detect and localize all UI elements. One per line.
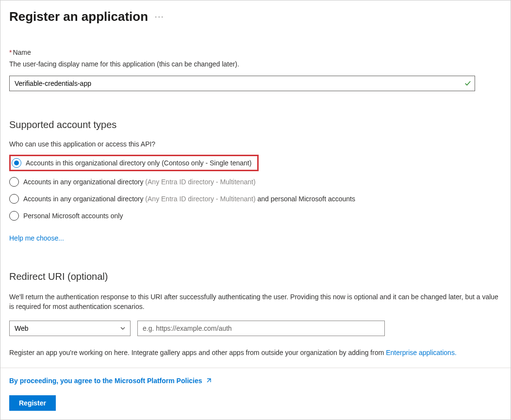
- name-field-label: *Name: [9, 48, 502, 56]
- radio-label: Personal Microsoft accounts only: [23, 212, 123, 220]
- external-link-icon: [205, 377, 212, 384]
- redirect-uri-input[interactable]: [137, 321, 385, 336]
- page-title: Register an application: [9, 9, 148, 24]
- integrate-hint: Register an app you're working on here. …: [9, 348, 502, 357]
- platform-policies-link[interactable]: By proceeding, you agree to the Microsof…: [9, 377, 212, 385]
- platform-select[interactable]: Web: [9, 321, 131, 336]
- radio-icon: [12, 158, 21, 168]
- radio-label: Accounts in any organizational directory…: [23, 195, 355, 203]
- radio-multitenant-personal[interactable]: Accounts in any organizational directory…: [9, 193, 502, 205]
- name-field-description: The user-facing display name for this ap…: [9, 60, 502, 68]
- supported-account-question: Who can use this application or access t…: [9, 140, 502, 148]
- app-name-input[interactable]: [9, 76, 475, 91]
- radio-label: Accounts in any organizational directory…: [23, 178, 256, 186]
- radio-single-tenant[interactable]: Accounts in this organizational director…: [9, 155, 259, 171]
- register-button[interactable]: Register: [9, 395, 56, 411]
- redirect-description: We'll return the authentication response…: [9, 292, 499, 312]
- radio-multitenant[interactable]: Accounts in any organizational directory…: [9, 176, 502, 188]
- radio-icon: [9, 194, 19, 204]
- supported-account-heading: Supported account types: [9, 119, 502, 130]
- enterprise-applications-link[interactable]: Enterprise applications.: [386, 349, 457, 356]
- radio-label: Accounts in this organizational director…: [26, 159, 251, 167]
- redirect-heading: Redirect URI (optional): [9, 271, 502, 282]
- help-me-choose-link[interactable]: Help me choose...: [9, 234, 64, 242]
- checkmark-icon: [464, 80, 471, 87]
- radio-icon: [9, 211, 19, 221]
- more-icon[interactable]: ···: [155, 13, 164, 21]
- radio-personal-only[interactable]: Personal Microsoft accounts only: [9, 210, 502, 222]
- radio-icon: [9, 177, 19, 187]
